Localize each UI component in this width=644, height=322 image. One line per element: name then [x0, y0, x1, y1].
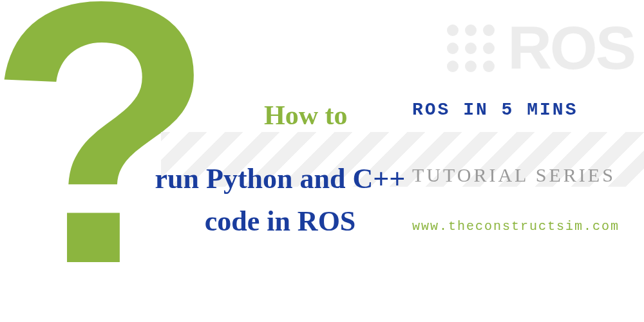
ros-dots-icon	[447, 24, 495, 72]
tutorial-series-label: TUTORIAL SERIES	[412, 164, 616, 186]
ros-watermark-text: ROS	[507, 13, 634, 83]
how-to-label: How to	[264, 100, 348, 131]
website-url: www.theconstructsim.com	[412, 219, 620, 234]
series-title: ROS IN 5 MINS	[412, 100, 578, 120]
ros-logo-watermark: ROS	[447, 13, 634, 83]
main-title: run Python and C++ code in ROS	[151, 158, 409, 243]
